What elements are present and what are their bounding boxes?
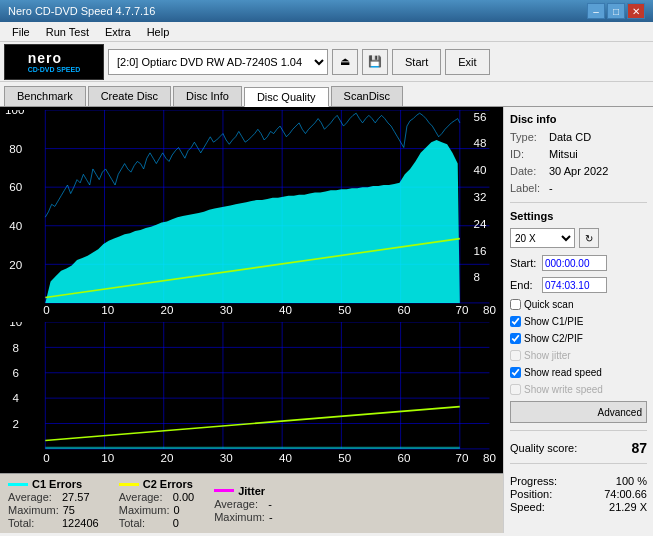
menu-help[interactable]: Help bbox=[139, 24, 178, 40]
svg-text:20: 20 bbox=[161, 451, 174, 464]
svg-text:80: 80 bbox=[483, 451, 496, 464]
svg-text:60: 60 bbox=[397, 451, 410, 464]
progress-section: Progress: 100 % Position: 74:00.66 Speed… bbox=[510, 475, 647, 514]
right-panel: Disc info Type: Data CD ID: Mitsui Date:… bbox=[503, 107, 653, 533]
disc-info-title: Disc info bbox=[510, 113, 647, 125]
c2-total-label: Total: bbox=[119, 517, 169, 529]
disc-id-label: ID: bbox=[510, 148, 545, 160]
menu-file[interactable]: File bbox=[4, 24, 38, 40]
svg-text:70: 70 bbox=[456, 451, 469, 464]
c1-avg-label: Average: bbox=[8, 491, 58, 503]
show-jitter-label: Show jitter bbox=[524, 350, 571, 361]
c1-total-value: 122406 bbox=[62, 517, 99, 529]
maximize-button[interactable]: □ bbox=[607, 3, 625, 19]
end-time-input[interactable] bbox=[542, 277, 607, 293]
svg-text:80: 80 bbox=[483, 303, 496, 316]
legend-bar: C1 Errors Average: 27.57 Maximum: 75 Tot… bbox=[0, 473, 503, 533]
show-c1-checkbox[interactable] bbox=[510, 316, 521, 327]
menu-extra[interactable]: Extra bbox=[97, 24, 139, 40]
exit-button[interactable]: Exit bbox=[445, 49, 489, 75]
eject-button[interactable]: ⏏ bbox=[332, 49, 358, 75]
quick-scan-label: Quick scan bbox=[524, 299, 573, 310]
quality-score-value: 87 bbox=[631, 440, 647, 456]
legend-c1: C1 Errors Average: 27.57 Maximum: 75 Tot… bbox=[8, 478, 99, 529]
refresh-button[interactable]: ↻ bbox=[579, 228, 599, 248]
svg-marker-35 bbox=[45, 140, 460, 303]
disc-label-label: Label: bbox=[510, 182, 545, 194]
svg-text:30: 30 bbox=[220, 451, 233, 464]
menubar: File Run Test Extra Help bbox=[0, 22, 653, 42]
start-time-input[interactable] bbox=[542, 255, 607, 271]
disc-type-label: Type: bbox=[510, 131, 545, 143]
disc-label-value: - bbox=[549, 182, 553, 194]
speed-row: 20 X ↻ bbox=[510, 228, 647, 248]
legend-jitter: Jitter Average: - Maximum: - bbox=[214, 485, 272, 523]
nero-logo: nero CD·DVD SPEED bbox=[4, 44, 104, 80]
logo-nero-text: nero bbox=[28, 50, 62, 66]
divider-2 bbox=[510, 430, 647, 431]
chart-wrapper: 100 80 60 40 20 56 48 40 32 24 16 8 0 10 bbox=[0, 107, 503, 533]
jitter-avg-label: Average: bbox=[214, 498, 264, 510]
svg-text:40: 40 bbox=[474, 163, 487, 176]
save-button[interactable]: 💾 bbox=[362, 49, 388, 75]
svg-text:0: 0 bbox=[43, 303, 50, 316]
c2-avg-label: Average: bbox=[119, 491, 169, 503]
jitter-max-label: Maximum: bbox=[214, 511, 265, 523]
svg-text:60: 60 bbox=[9, 180, 22, 193]
svg-text:0: 0 bbox=[43, 451, 50, 464]
svg-text:32: 32 bbox=[474, 190, 487, 203]
show-jitter-row: Show jitter bbox=[510, 350, 647, 361]
c2-avg-value: 0.00 bbox=[173, 491, 194, 503]
disc-date-row: Date: 30 Apr 2022 bbox=[510, 165, 647, 177]
speed-select[interactable]: 20 X bbox=[510, 228, 575, 248]
disc-label-row: Label: - bbox=[510, 182, 647, 194]
svg-text:8: 8 bbox=[474, 270, 480, 283]
tab-disc-quality[interactable]: Disc Quality bbox=[244, 87, 329, 107]
quick-scan-checkbox[interactable] bbox=[510, 299, 521, 310]
show-write-speed-checkbox[interactable] bbox=[510, 384, 521, 395]
tab-benchmark[interactable]: Benchmark bbox=[4, 86, 86, 106]
jitter-avg-value: - bbox=[268, 498, 272, 510]
svg-text:100: 100 bbox=[5, 110, 25, 116]
position-label: Position: bbox=[510, 488, 552, 500]
show-read-speed-label: Show read speed bbox=[524, 367, 602, 378]
start-time-row: Start: bbox=[510, 255, 647, 271]
disc-id-value: Mitsui bbox=[549, 148, 578, 160]
start-label: Start: bbox=[510, 257, 538, 269]
progress-row: Progress: 100 % bbox=[510, 475, 647, 487]
close-button[interactable]: ✕ bbox=[627, 3, 645, 19]
quality-row: Quality score: 87 bbox=[510, 440, 647, 456]
titlebar-controls: – □ ✕ bbox=[587, 3, 645, 19]
c1-label: C1 Errors bbox=[32, 478, 82, 490]
menu-run-test[interactable]: Run Test bbox=[38, 24, 97, 40]
start-button[interactable]: Start bbox=[392, 49, 441, 75]
c1-max-label: Maximum: bbox=[8, 504, 59, 516]
minimize-button[interactable]: – bbox=[587, 3, 605, 19]
advanced-button[interactable]: Advanced bbox=[510, 401, 647, 423]
svg-text:50: 50 bbox=[338, 303, 351, 316]
show-c2-checkbox[interactable] bbox=[510, 333, 521, 344]
end-time-row: End: bbox=[510, 277, 647, 293]
progress-value: 100 % bbox=[616, 475, 647, 487]
tab-scan-disc[interactable]: ScanDisc bbox=[331, 86, 403, 106]
jitter-max-value: - bbox=[269, 511, 273, 523]
svg-text:56: 56 bbox=[474, 110, 487, 123]
show-jitter-checkbox[interactable] bbox=[510, 350, 521, 361]
tab-create-disc[interactable]: Create Disc bbox=[88, 86, 171, 106]
svg-text:10: 10 bbox=[101, 303, 114, 316]
c1-max-value: 75 bbox=[63, 504, 75, 516]
titlebar: Nero CD-DVD Speed 4.7.7.16 – □ ✕ bbox=[0, 0, 653, 22]
c2-color-swatch bbox=[119, 483, 139, 486]
c2-label: C2 Errors bbox=[143, 478, 193, 490]
tab-disc-info[interactable]: Disc Info bbox=[173, 86, 242, 106]
tabbar: Benchmark Create Disc Disc Info Disc Qua… bbox=[0, 82, 653, 107]
main-content: 100 80 60 40 20 56 48 40 32 24 16 8 0 10 bbox=[0, 107, 653, 533]
c1-avg-value: 27.57 bbox=[62, 491, 90, 503]
svg-text:10: 10 bbox=[9, 322, 22, 328]
disc-date-value: 30 Apr 2022 bbox=[549, 165, 608, 177]
c1-color-swatch bbox=[8, 483, 28, 486]
svg-text:60: 60 bbox=[397, 303, 410, 316]
svg-text:20: 20 bbox=[161, 303, 174, 316]
drive-select[interactable]: [2:0] Optiarc DVD RW AD-7240S 1.04 bbox=[108, 49, 328, 75]
show-read-speed-checkbox[interactable] bbox=[510, 367, 521, 378]
